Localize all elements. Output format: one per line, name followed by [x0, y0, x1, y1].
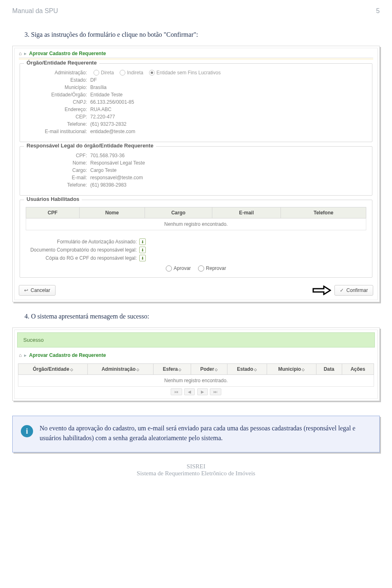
breadcrumb: ⌂ ▸ Aprovar Cadastro de Requerente [15, 350, 377, 359]
fieldset-usuarios: Usuários Habilitados CPF Nome Cargo E-ma… [20, 200, 372, 278]
attach-form-label: Formulário de Autorização Assinado: [57, 239, 137, 245]
attach-doc-label: Documento Comprobatório do responsável l… [30, 247, 137, 253]
radio-direta[interactable]: Direta [94, 70, 114, 76]
radio-aprovar[interactable]: Aprovar [166, 265, 191, 272]
divider [19, 58, 373, 59]
admin-radio-group: Direta Indireta Entidade sem Fins Lucrat… [94, 70, 220, 76]
pager: ⏮ ◀ ▶ ⏭ [18, 387, 374, 398]
radio-sem-fins[interactable]: Entidade sem Fins Lucrativos [149, 70, 220, 76]
usuarios-empty: Nenhum registro encontrado. [26, 218, 366, 230]
radio-indireta[interactable]: Indireta [120, 70, 143, 76]
cnpj-value: 66.133.256/0001-85 [90, 99, 134, 105]
col-estado[interactable]: Estado◇ [227, 364, 267, 375]
back-arrow-icon: ↩ [24, 287, 28, 293]
pager-last-icon[interactable]: ⏭ [210, 388, 221, 395]
cancel-label: Cancelar [31, 287, 50, 293]
estado-label: Estado: [26, 77, 90, 83]
home-icon[interactable]: ⌂ [19, 352, 22, 358]
step-4-text: 4. O sistema apresentará mensagem de suc… [24, 313, 380, 320]
col-data: Data [316, 364, 342, 375]
col-acoes: Ações [342, 364, 374, 375]
col-email: E-mail [212, 207, 281, 218]
confirm-button[interactable]: ✓ Confirmar [334, 285, 373, 296]
tel-value: (61) 93273-2832 [90, 121, 127, 127]
download-icon[interactable]: ⬇ [139, 247, 146, 253]
action-bar: ↩ Cancelar ✓ Confirmar [15, 282, 377, 300]
email-value: entidade@teste.com [90, 129, 135, 134]
attach-rgcpf-label: Cópia do RG e CPF do responsável legal: [46, 255, 137, 261]
list-empty: Nenhum registro encontrado. [18, 375, 374, 387]
col-municipio[interactable]: Município◇ [267, 364, 316, 375]
success-message: Sucesso [17, 332, 375, 347]
tel-label: Telefone: [26, 121, 90, 127]
col-cpf: CPF [26, 207, 80, 218]
sort-icon: ◇ [136, 368, 139, 372]
resp-nome-label: Nome: [26, 160, 90, 166]
breadcrumb-separator-icon: ▸ [24, 51, 27, 56]
page-footer: SISREI Sistema de Requerimento Eletrônic… [12, 463, 380, 477]
attach-row-rgcpf: Cópia do RG e CPF do responsável legal: … [26, 255, 146, 261]
attach-row-form: Formulário de Autorização Assinado: ⬇ [26, 238, 146, 245]
list-table: Órgão/Entidade◇ Administração◇ Esfera◇ P… [18, 363, 374, 387]
info-callout: i No evento da aprovação do cadastro, um… [12, 416, 380, 452]
cep-label: CEP: [26, 114, 90, 120]
download-icon[interactable]: ⬇ [139, 255, 146, 261]
resp-email-value: responsavel@teste.com [90, 175, 143, 180]
cancel-button[interactable]: ↩ Cancelar [19, 285, 56, 296]
decision-radio-group: Aprovar Reprovar [26, 265, 366, 272]
screenshot-success: Sucesso ⌂ ▸ Aprovar Cadastro de Requeren… [12, 327, 380, 401]
resp-cargo-label: Cargo: [26, 167, 90, 173]
resp-tel-value: (61) 98398-2983 [90, 182, 127, 188]
fieldset-usuarios-legend: Usuários Habilitados [24, 196, 82, 202]
breadcrumb-current[interactable]: Aprovar Cadastro de Requerente [29, 51, 106, 56]
admin-label: Administração: [26, 70, 90, 76]
col-cargo: Cargo [145, 207, 212, 218]
col-esfera[interactable]: Esfera◇ [153, 364, 191, 375]
col-poder[interactable]: Poder◇ [191, 364, 227, 375]
step-3-text: 3. Siga as instruções do formulário e cl… [24, 31, 380, 38]
col-admin[interactable]: Administração◇ [87, 364, 153, 375]
municipio-label: Município: [26, 85, 90, 90]
radio-reprovar[interactable]: Reprovar [198, 265, 226, 272]
usuarios-table: CPF Nome Cargo E-mail Telefone Nenhum re… [26, 207, 366, 230]
pager-first-icon[interactable]: ⏮ [171, 388, 182, 395]
home-icon[interactable]: ⌂ [19, 51, 22, 56]
resp-cargo-value: Cargo Teste [90, 167, 116, 173]
table-row: Órgão/Entidade◇ Administração◇ Esfera◇ P… [18, 364, 374, 375]
sort-icon: ◇ [254, 368, 257, 372]
page-number: 5 [376, 7, 380, 15]
info-icon: i [21, 425, 33, 437]
info-text: No evento da aprovação do cadastro, um e… [40, 423, 371, 443]
breadcrumb-current[interactable]: Aprovar Cadastro de Requerente [29, 352, 106, 358]
orgao-label: Entidade/Órgão: [26, 92, 90, 98]
endereco-label: Endereço: [26, 107, 90, 112]
resp-email-label: E-mail: [26, 175, 90, 180]
cep-value: 72.220-477 [90, 114, 115, 120]
pager-next-icon[interactable]: ▶ [197, 388, 208, 395]
confirm-label: Confirmar [346, 287, 368, 293]
municipio-value: Brasília [90, 85, 107, 90]
resp-cpf-label: CPF: [26, 153, 90, 158]
col-orgao[interactable]: Órgão/Entidade◇ [18, 364, 88, 375]
table-row: Nenhum registro encontrado. [18, 375, 374, 387]
fieldset-entity-legend: Órgão/Entidade Requerente [24, 60, 99, 66]
pager-prev-icon[interactable]: ◀ [184, 388, 195, 395]
sort-icon: ◇ [178, 368, 181, 372]
col-nome: Nome [79, 207, 145, 218]
download-icon[interactable]: ⬇ [139, 238, 146, 245]
cnpj-label: CNPJ: [26, 99, 90, 105]
check-icon: ✓ [340, 287, 344, 293]
estado-value: DF [90, 77, 97, 83]
sort-icon: ◇ [215, 368, 218, 372]
screenshot-form: ⌂ ▸ Aprovar Cadastro de Requerente Órgão… [12, 46, 380, 302]
orgao-value: Entidade Teste [90, 92, 122, 98]
col-telefone: Telefone [281, 207, 366, 218]
attach-row-doc: Documento Comprobatório do responsável l… [26, 247, 146, 253]
sort-icon: ◇ [302, 368, 305, 372]
breadcrumb-separator-icon: ▸ [24, 352, 27, 358]
table-row: CPF Nome Cargo E-mail Telefone [26, 207, 366, 218]
endereco-value: RUA ABC [90, 107, 111, 112]
footer-line-1: SISREI [12, 463, 380, 470]
breadcrumb: ⌂ ▸ Aprovar Cadastro de Requerente [15, 48, 377, 58]
sort-icon: ◇ [70, 368, 73, 372]
